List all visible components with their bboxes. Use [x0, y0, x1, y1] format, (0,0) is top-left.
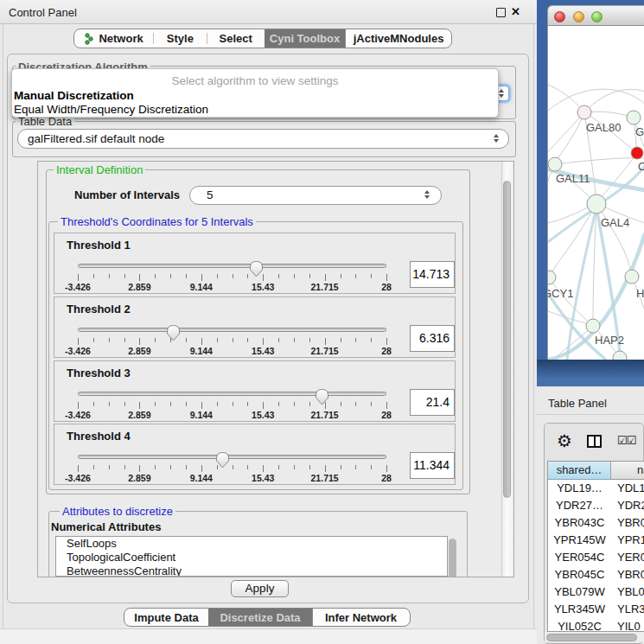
attribute-item[interactable]: TopologicalCoefficient [56, 551, 447, 564]
node-table[interactable]: shared… name YDL19…YDL1YDR27…YDR2YBR043C… [547, 461, 644, 632]
bottom-tab-infer-network[interactable]: Infer Network [312, 609, 409, 626]
dropdown-option-equal-width[interactable]: Equal Width/Frequency Discretization [14, 103, 208, 116]
network-node[interactable] [613, 351, 627, 360]
tab-style[interactable]: Style [154, 29, 206, 48]
column-header-name[interactable]: name [611, 462, 644, 480]
network-node[interactable] [577, 105, 591, 119]
tab-select[interactable]: Select [207, 29, 265, 48]
tab-label: Network [99, 32, 143, 45]
table-row[interactable]: YBR043CYBR0 [548, 514, 644, 532]
cell-name: YLR3 [617, 601, 644, 618]
slider-tick [263, 338, 264, 345]
table-data-combo[interactable]: galFiltered.sif default node [17, 129, 509, 149]
network-edge [555, 112, 584, 163]
network-view[interactable]: GAL80GACGAL11GAL4GCY1HHAP2 [547, 26, 644, 360]
table-row[interactable]: YER054CYER0 [548, 549, 644, 566]
slider-track[interactable] [78, 392, 386, 396]
tab-jactivemnodules[interactable]: jActiveMNodules [345, 29, 451, 48]
table-row[interactable]: YLR345WYLR3 [548, 601, 644, 618]
slider-tick-label: 2.859 [113, 282, 165, 292]
slider-tick-label: 15.43 [237, 346, 289, 356]
table-row[interactable]: YBL079WYBL0 [548, 583, 644, 601]
apply-button[interactable]: Apply [231, 580, 289, 597]
network-node[interactable] [548, 271, 556, 284]
threshold-value-field[interactable]: 21.4 [410, 389, 455, 416]
table-row[interactable]: YBR045CYBR0 [548, 566, 644, 583]
table-row[interactable]: YIL052CYIL0 [548, 618, 644, 632]
slider-tick [155, 274, 156, 278]
network-node[interactable] [631, 147, 643, 159]
numerical-attributes-list[interactable]: SelfLoopsTopologicalCoefficientBetweenne… [55, 536, 448, 577]
attributes-group-label: Attributes to discretize [60, 505, 175, 518]
slider-tick-label: 15.43 [237, 282, 289, 292]
bottom-tab-discretize-data[interactable]: Discretize Data [208, 609, 312, 626]
slider-tick [109, 465, 110, 469]
slider-thumb[interactable] [166, 324, 181, 341]
slider-track[interactable] [78, 455, 386, 459]
gear-icon[interactable]: ⚙ [557, 430, 572, 451]
tab-cyni-toolbox[interactable]: Cyni Toolbox [265, 29, 345, 48]
slider-thumb[interactable] [215, 451, 230, 469]
slider-tick-label: 15.43 [237, 410, 289, 420]
table-row[interactable]: YPR145WYPR1 [548, 532, 644, 549]
window-minimize-button[interactable] [573, 11, 584, 22]
tab-network[interactable]: Network [74, 29, 153, 48]
algorithm-dropdown-popup: Select algorithm to view settings Manual… [11, 68, 499, 118]
split-columns-icon[interactable] [587, 435, 602, 448]
slider-track[interactable] [78, 264, 386, 268]
dropdown-option-manual[interactable]: Manual Discretization [14, 89, 134, 102]
scroll-pane-scrollbar-track[interactable] [501, 162, 513, 577]
cell-shared-name: YIL052C [548, 618, 611, 632]
table-hscrollbar-thumb[interactable] [546, 634, 637, 641]
slider-tick [93, 338, 94, 342]
table-row[interactable]: YDL19…YDL1 [548, 480, 644, 497]
threshold-value-field[interactable]: 6.316 [410, 325, 455, 352]
slider-tick-label: 9.144 [175, 410, 227, 420]
slider-tick [78, 274, 79, 281]
slider-tick [109, 338, 110, 342]
attribute-item[interactable]: SelfLoops [56, 537, 447, 551]
float-icon[interactable] [496, 8, 506, 17]
cell-name: YDL1 [617, 480, 644, 497]
slider-tick [386, 338, 387, 345]
slider-thumb[interactable] [249, 260, 264, 277]
bottom-tab-impute-data[interactable]: Impute Data [124, 609, 208, 626]
slider-thumb[interactable] [315, 388, 329, 405]
close-icon[interactable]: ✕ [511, 5, 520, 18]
slider-tick [155, 402, 156, 406]
top-tab-bar: NetworkStyleSelectCyni ToolboxjActiveMNo… [73, 29, 452, 48]
slider-tick-label: 28 [360, 282, 412, 292]
network-node[interactable] [587, 194, 606, 214]
network-node[interactable] [625, 270, 639, 284]
slider-tick [355, 465, 356, 469]
threshold-value-field[interactable]: 11.344 [410, 452, 455, 479]
slider-tick-label: 9.144 [175, 346, 227, 356]
slider-track[interactable] [78, 328, 386, 332]
network-node[interactable] [586, 319, 600, 333]
slider-tick [386, 402, 387, 409]
slider-tick-label: 21.715 [299, 346, 351, 356]
slider-tick [233, 465, 233, 469]
slider-tick-label: 2.859 [113, 473, 165, 483]
slider-tick [371, 465, 372, 469]
network-window-titlebar[interactable] [547, 5, 644, 26]
slider-tick [201, 402, 202, 409]
slider-tick [93, 465, 94, 469]
network-node[interactable] [627, 111, 641, 124]
attribute-item[interactable]: BetweennessCentrality [56, 564, 447, 577]
network-node[interactable] [548, 157, 562, 171]
column-header-shared-name[interactable]: shared… [548, 462, 611, 480]
select-columns-icon[interactable]: ☑☑ [617, 434, 635, 447]
threshold-value-field[interactable]: 14.713 [410, 261, 455, 288]
num-intervals-combo[interactable]: 5 [189, 186, 442, 205]
slider-tick [217, 338, 218, 342]
slider-tick [355, 338, 356, 342]
scroll-pane-scrollbar-thumb[interactable] [503, 181, 511, 498]
slider-tick [386, 274, 387, 281]
window-close-button[interactable] [554, 11, 565, 22]
window-zoom-button[interactable] [591, 11, 603, 22]
slider-tick-label: 28 [360, 346, 412, 356]
attributes-list-scrollbar[interactable] [449, 539, 456, 577]
table-row[interactable]: YDR27…YDR2 [548, 497, 644, 514]
slider-tick [294, 402, 295, 406]
